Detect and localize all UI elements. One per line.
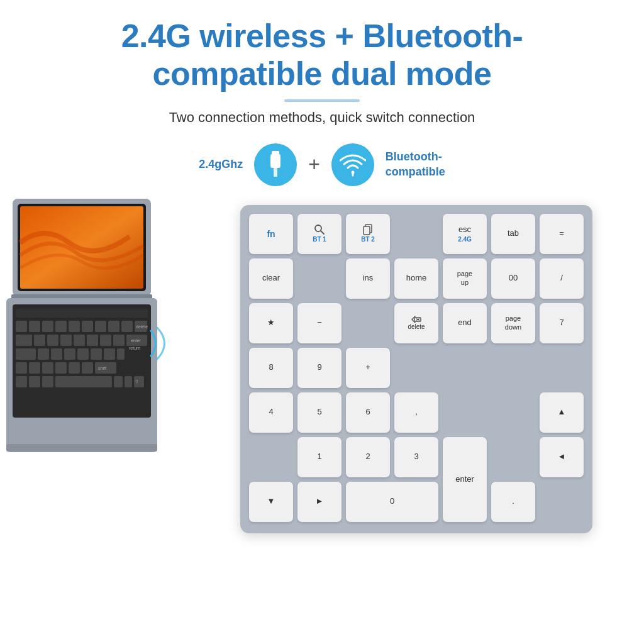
key-ins[interactable]: ins (346, 258, 390, 299)
key-clear[interactable]: clear (249, 258, 293, 299)
key-down[interactable]: ▼ (249, 482, 293, 522)
svg-rect-49 (16, 376, 27, 387)
key-end[interactable]: end (443, 303, 487, 343)
svg-rect-42 (29, 362, 40, 374)
svg-line-59 (321, 231, 324, 234)
key-3[interactable]: 3 (394, 437, 438, 477)
svg-rect-50 (29, 376, 40, 387)
svg-rect-2 (274, 168, 277, 177)
key-minus[interactable]: − (297, 303, 341, 343)
svg-rect-1 (270, 154, 280, 168)
key-copy[interactable]: BT 2 (346, 214, 390, 254)
key-up[interactable]: ▲ (540, 392, 584, 433)
svg-rect-57 (6, 444, 157, 452)
bluetooth-icon-circle (331, 143, 374, 186)
svg-rect-17 (95, 321, 106, 332)
gap6a (491, 437, 535, 477)
key-1[interactable]: 1 (297, 437, 341, 477)
key-0[interactable]: 0 (346, 482, 438, 522)
numpad: fn BT 1 BT 2 esc 2.4G tab (240, 205, 592, 533)
svg-rect-53 (114, 376, 123, 387)
gap5d (249, 437, 293, 477)
key-left[interactable]: ◄ (540, 437, 584, 477)
svg-rect-29 (113, 335, 125, 346)
bt-label: Bluetooth-compatible (386, 150, 445, 179)
svg-rect-22 (16, 335, 32, 346)
svg-rect-54 (125, 376, 132, 387)
svg-rect-43 (42, 362, 53, 374)
key-9[interactable]: 9 (297, 348, 341, 388)
key-comma[interactable]: , (394, 392, 438, 433)
svg-rect-12 (29, 321, 40, 332)
key-esc[interactable]: esc 2.4G (443, 214, 487, 254)
key-pageup[interactable]: pageup (443, 258, 487, 299)
gap4c (491, 348, 535, 388)
key-slash[interactable]: / (540, 258, 584, 299)
svg-rect-46 (82, 362, 93, 374)
svg-rect-11 (16, 321, 27, 332)
svg-rect-33 (16, 348, 36, 360)
key-dot[interactable]: . (491, 482, 535, 522)
svg-rect-37 (77, 348, 89, 360)
key-2[interactable]: 2 (346, 437, 390, 477)
svg-rect-26 (74, 335, 85, 346)
key-equals[interactable]: = (540, 214, 584, 254)
svg-rect-51 (42, 376, 53, 387)
svg-rect-38 (91, 348, 102, 360)
key-plus[interactable]: + (346, 348, 390, 388)
gap3 (346, 303, 390, 343)
key-pagedown[interactable]: pagedown (491, 303, 535, 343)
svg-rect-52 (55, 376, 112, 387)
svg-text:enter: enter (131, 338, 142, 343)
key-search[interactable]: BT 1 (297, 214, 341, 254)
main-content: delete enter return (0, 192, 644, 644)
svg-rect-10 (16, 309, 148, 318)
svg-text:?: ? (135, 379, 138, 385)
svg-rect-40 (117, 348, 125, 360)
connection-row: 2.4gGhz + Bluetooth-compatible (199, 143, 445, 186)
svg-rect-45 (69, 362, 80, 374)
svg-rect-18 (108, 321, 119, 332)
key-6[interactable]: 6 (346, 392, 390, 433)
svg-rect-27 (87, 335, 98, 346)
svg-rect-36 (64, 348, 75, 360)
svg-text:return: return (129, 346, 140, 350)
svg-rect-14 (55, 321, 67, 332)
title-underline (284, 99, 360, 102)
key-8[interactable]: 8 (249, 348, 293, 388)
svg-rect-28 (100, 335, 111, 346)
key-enter[interactable]: enter (443, 437, 487, 522)
gap4b (443, 348, 487, 388)
key-home[interactable]: home (394, 258, 438, 299)
svg-text:shift: shift (98, 366, 106, 370)
svg-rect-34 (38, 348, 49, 360)
svg-rect-61 (364, 226, 370, 235)
key-5[interactable]: 5 (297, 392, 341, 433)
svg-rect-15 (69, 321, 80, 332)
key-4[interactable]: 4 (249, 392, 293, 433)
key-backspace[interactable]: delete (394, 303, 438, 343)
usb-icon (264, 151, 287, 179)
svg-rect-25 (60, 335, 72, 346)
key-star[interactable]: ★ (249, 303, 293, 343)
numpad-gap (394, 214, 438, 254)
key-fn[interactable]: fn (249, 214, 293, 254)
key-00[interactable]: 00 (491, 258, 535, 299)
key-7[interactable]: 7 (540, 303, 584, 343)
gap5a (443, 392, 487, 433)
svg-point-3 (351, 170, 354, 174)
svg-rect-19 (121, 321, 133, 332)
key-tab[interactable]: tab (491, 214, 535, 254)
usb-icon-circle (254, 143, 297, 186)
page-title: 2.4G wireless + Bluetooth-compatible dua… (38, 18, 606, 93)
svg-rect-35 (51, 348, 62, 360)
header: 2.4G wireless + Bluetooth-compatible dua… (0, 0, 644, 132)
svg-rect-24 (47, 335, 58, 346)
plus-sign: + (308, 153, 320, 176)
numpad-area: fn BT 1 BT 2 esc 2.4G tab (195, 192, 638, 533)
signal-waves (142, 318, 179, 369)
key-right[interactable]: ► (297, 482, 341, 522)
subtitle-text: Two connection methods, quick switch con… (38, 109, 606, 126)
gap2 (297, 258, 341, 299)
wifi-icon (340, 153, 366, 177)
